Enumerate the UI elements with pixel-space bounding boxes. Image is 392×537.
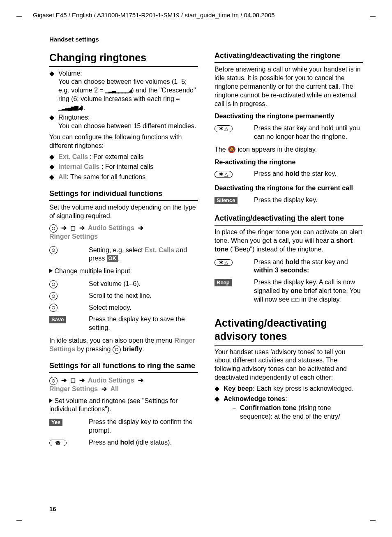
all-text: : The same for all functions [67,173,145,180]
volume-label: Volume: [58,70,82,77]
yes-softkey: Yes [49,419,62,426]
within-3s: within 3 seconds: [254,267,309,274]
table-row: Select melody. [49,302,198,314]
hold: hold [285,258,299,265]
nav-key-icon [49,377,58,385]
hold: hold [285,170,299,177]
idle-text: by pressing [75,346,113,353]
heading-deact-current: Deactivating the ringtone for the curren… [214,184,363,193]
heading-individual-functions: Settings for individual functions [49,189,198,201]
idle-text: In idle status, you can also open the me… [49,337,174,344]
ringtones-text: You can choose between 15 different melo… [58,122,196,129]
left-column: Changing ringtones Volume: You can choos… [49,51,198,450]
row-text: Scroll to the next line. [89,290,198,302]
menu-all: All [110,385,118,392]
menu-ringer: Ringer Settings [49,233,98,240]
key-beep-text: : Each key press is acknowledged. [253,385,353,392]
ext-calls-inline: Ext. Calls [145,247,174,254]
key-beep-label: Key beep [224,385,253,392]
heading-deact-perm: Deactivating the ringtone permanently [214,112,363,121]
ringtones-label: Ringtones: [58,114,90,121]
list-item: Key beep: Each key press is acknowledged… [214,385,363,393]
text: the star key. [299,170,336,177]
row-text: Press the star key and hold until you ca… [254,122,363,143]
list-item: Ext. Calls : For external calls [49,153,198,161]
list-item: All: The same for all functions [49,173,198,182]
bullet-list: Volume: You can choose between five volu… [49,69,198,131]
change-multi: Change multiple line input: [49,267,198,276]
running-head: Gigaset E45 / English / A31008-M1751-R20… [33,12,367,18]
text: the star key and [299,258,348,265]
table-row: YesPress the display key to confirm the … [49,416,198,437]
all-label: All [58,173,67,180]
ok-softkey: OK [107,255,118,262]
nav-key-icon [49,246,58,254]
text: The [214,146,228,153]
diamond-bullet-icon [214,395,224,422]
volume-text: ). [81,104,85,111]
dash-icon [233,404,240,421]
page-number: 16 [49,505,56,512]
list-item: Acknowledge tones: Confirmation tone (ri… [214,395,363,422]
text: Press and [254,170,285,177]
nav-key-icon [49,304,58,312]
set-vol-ring: Set volume and ringtone (see "Settings f… [49,397,198,414]
heading-react: Re-activating the ringtone [214,158,363,167]
menu-path: ➔ ◻ ➔ Audio Settings ➔ Ringer Settings ➔… [49,376,198,394]
menu-ringer: Ringer Settings [49,385,98,392]
row-text: Select melody. [89,302,198,314]
int-calls-text: : For internal calls [99,163,153,170]
row-text: Press the display key. [254,194,363,206]
table-row: BeepPress the display key. A call is now… [214,277,363,305]
row-text: Setting, e.g. select [89,247,145,254]
change-multi-text: Change multiple line input: [54,267,132,274]
diamond-bullet-icon [49,69,58,112]
row-text: (idle status). [134,439,172,446]
heading-changing-ringtones: Changing ringtones [49,51,198,67]
table-row: SavePress the display key to save the se… [49,313,198,334]
alert-tone-icon: ⏍⏍ [291,296,300,303]
row-text: Press the display key to save the settin… [89,313,198,334]
hangup-key-icon: ☎ [49,440,67,446]
alert-intro: In place of the ringer tone you can acti… [214,228,363,254]
text: ("Beep") instead of the ringtone. [228,246,323,253]
briefly: briefly [122,346,142,353]
table-row: ✱ △Press and hold the star key and withi… [214,256,363,277]
ext-calls-label: Ext. Calls [58,153,88,160]
menu-audio: Audio Settings [88,224,134,231]
row-text: Press the display key to confirm the pro… [89,416,198,437]
table-row: ✱ △Press and hold the star key. [214,168,363,180]
idle-note: In idle status, you can also open the me… [49,336,198,354]
save-softkey: Save [49,316,66,323]
icon-note: The 🔕 icon appears in the display. [214,145,363,154]
list-item: Volume: You can choose between five volu… [49,69,198,112]
nav-key-icon [49,224,58,233]
advisory-intro: Your handset uses 'advisory tones' to te… [214,348,363,382]
section-label: Handset settings [49,36,367,43]
sub-list-item: Confirmation tone (rising tone sequence)… [233,404,363,421]
text: icon appears in the display. [236,146,317,153]
triangle-icon [49,399,53,403]
right-column: Activating/deactivating the ringtone Bef… [214,51,363,450]
star-key-icon: ✱ △ [214,259,233,266]
menu-path: ➔ ◻ ➔ Audio Settings ➔ Ringer Settings [49,224,198,241]
heading-advisory-tones: Activating/deactivating advisory tones [214,316,363,346]
int-calls-label: Internal Calls [58,163,99,170]
hold: hold [120,439,134,446]
set-vol-ring-text: Set volume and ringtone (see "Settings f… [49,397,178,413]
columns: Changing ringtones Volume: You can choos… [49,51,363,450]
menu-audio: Audio Settings [88,377,134,384]
config-intro: You can configure the following function… [49,133,198,150]
cropmark [16,16,22,17]
table-row: ✱ △Press the star key and hold until you… [214,122,363,143]
row-text: Set volume (1–6). [89,278,198,290]
heading-alert-tone: Activating/deactivating the alert tone [214,214,363,226]
cropmark [16,520,22,521]
ext-calls-text: : For external calls [88,153,143,160]
volume-bars-icon: ▁▂▃▄▅▆◢ [58,104,81,111]
star-key-icon: ✱ △ [214,171,233,177]
menu-icon: ◻ [70,377,76,384]
table-row: Setting, e.g. select Ext. Calls and pres… [49,244,198,265]
table-row: Scroll to the next line. [49,290,198,302]
beep-softkey: Beep [214,279,232,286]
